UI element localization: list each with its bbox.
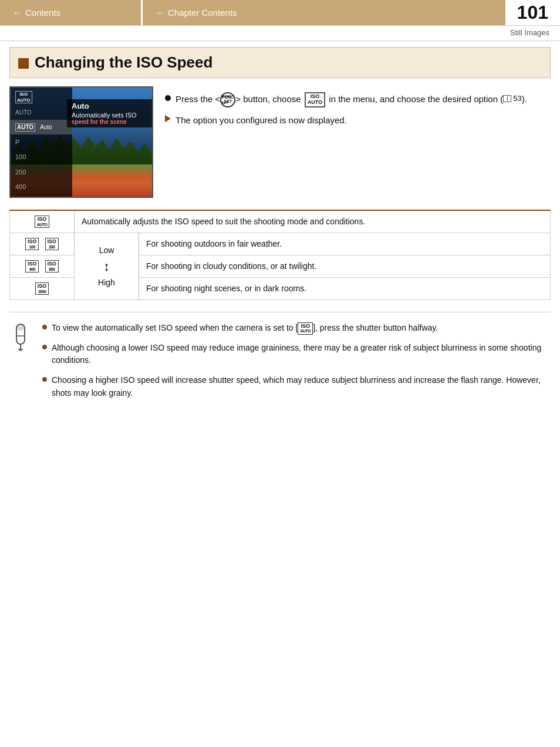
camera-bg: ISOAUTO AUTO AUTO Auto P 100 200 [11, 88, 152, 197]
iso-menu-overlay: ISOAUTO AUTO AUTO Auto P 100 200 [11, 88, 72, 197]
iso-auto-inline-icon: ISOAUTO [305, 92, 325, 107]
func-set-button-icon: FUNCSET [220, 92, 235, 107]
note-text-2: Although choosing a lower ISO speed may … [52, 342, 551, 367]
header: ← Contents ← Chapter Contents 101 [0, 0, 560, 26]
bullet-triangle-icon [165, 115, 171, 122]
level-high-label: High [98, 277, 115, 289]
book-icon [503, 95, 511, 102]
still-images-label: Still Images [510, 28, 549, 37]
level-low-label: Low [99, 244, 114, 257]
level-indicator: Low ↕ High [82, 244, 131, 289]
note-bullet-1 [42, 325, 47, 329]
contents-label: Contents [25, 8, 60, 18]
iso-400-tag: ISO400 [25, 260, 39, 272]
page-title: Changing the ISO Speed [35, 53, 212, 72]
note-text-3: Choosing a higher ISO speed will increas… [52, 374, 551, 399]
pencil-icon [9, 323, 33, 353]
notes-list: To view the automatically set ISO speed … [42, 322, 551, 406]
table-row-100-200: ISO100 ISO200 Low ↕ High For shooting ou… [10, 233, 551, 255]
table-row-auto: ISOAUTO Automatically adjusts the ISO sp… [10, 210, 551, 233]
iso-auto-tag-note: ISOAUTO [298, 322, 313, 334]
iso-auto-tag: ISOAUTO [35, 216, 50, 227]
instructions: Press the <FUNCSET> button, choose ISOAU… [165, 86, 551, 133]
back-arrow-icon: ← [13, 8, 22, 18]
iso-speed-table: ISOAUTO Automatically adjusts the ISO sp… [9, 210, 551, 300]
svg-rect-4 [17, 325, 24, 331]
table-cell-icon-100-200: ISO100 ISO200 [10, 233, 75, 255]
bullet-circle-icon [165, 95, 171, 101]
notes-section: To view the automatically set ISO speed … [9, 312, 551, 406]
pencil-svg [9, 323, 32, 351]
table-cell-icon-400-800: ISO400 ISO800 [10, 255, 75, 278]
camera-screenshot: ISOAUTO AUTO AUTO Auto P 100 200 [9, 86, 153, 198]
tooltip-sub: Automatically sets ISO [72, 112, 147, 119]
still-images-bar: Still Images [0, 26, 560, 41]
chapter-back-arrow-icon: ← [156, 8, 164, 18]
note-bullet-3 [42, 377, 47, 382]
page-number: 101 [505, 0, 560, 25]
note-item-3: Choosing a higher ISO speed will increas… [42, 374, 551, 399]
tooltip-title: Auto [72, 102, 147, 110]
table-cell-desc-auto: Automatically adjusts the ISO speed to s… [75, 210, 551, 233]
table-cell-level: Low ↕ High [75, 233, 139, 300]
instruction-step2: The option you configured is now display… [165, 113, 551, 127]
contents-button[interactable]: ← Contents [0, 0, 141, 25]
table-cell-desc-100-200: For shooting outdoors in fair weather. [139, 233, 551, 255]
table-cell-desc-400-800: For shooting in cloudy conditions, or at… [139, 255, 551, 278]
iso-200-tag: ISO200 [45, 238, 59, 250]
iso-menu-item-auto-selected: AUTO Auto [11, 120, 72, 134]
iso-menu-item-iso-auto: ISOAUTO [11, 90, 72, 105]
iso-800-tag: ISO800 [45, 260, 59, 272]
page-title-section: Changing the ISO Speed [9, 47, 551, 78]
chapter-contents-label: Chapter Contents [168, 8, 237, 18]
auto-tooltip: Auto Automatically sets ISO speed for th… [67, 99, 152, 127]
iso-100-tag: ISO100 [25, 238, 39, 250]
table-cell-icon-auto: ISOAUTO [10, 210, 75, 233]
step1-text: Press the <FUNCSET> button, choose ISOAU… [176, 92, 527, 107]
iso-menu-item-400: 400 [11, 180, 72, 194]
tooltip-sub2: speed for the scene [72, 119, 147, 125]
iso-menu-item-100: 100 [11, 150, 72, 164]
iso-menu-item-auto-label: AUTO [11, 105, 72, 119]
instruction-step1: Press the <FUNCSET> button, choose ISOAU… [165, 92, 551, 107]
note-bullet-2 [42, 345, 47, 349]
table-cell-icon-1600: ISO1600 [10, 278, 75, 300]
chapter-contents-button[interactable]: ← Chapter Contents [141, 0, 505, 25]
title-square-icon [18, 58, 29, 69]
page-ref-53: 53 [503, 93, 521, 105]
note-item-1: To view the automatically set ISO speed … [42, 322, 551, 335]
content-area: ISOAUTO AUTO AUTO Auto P 100 200 [9, 86, 551, 198]
note-text-1: To view the automatically set ISO speed … [52, 322, 438, 335]
step2-text: The option you configured is now display… [176, 113, 347, 127]
iso-menu-item-p: P [11, 134, 72, 149]
iso-menu-item-200: 200 [11, 164, 72, 179]
svg-marker-3 [18, 349, 23, 351]
table-cell-desc-1600: For shooting night scenes, or in dark ro… [139, 278, 551, 300]
note-item-2: Although choosing a lower ISO speed may … [42, 342, 551, 367]
arrow-updown-icon: ↕ [103, 260, 110, 273]
iso-1600-tag: ISO1600 [35, 282, 49, 294]
